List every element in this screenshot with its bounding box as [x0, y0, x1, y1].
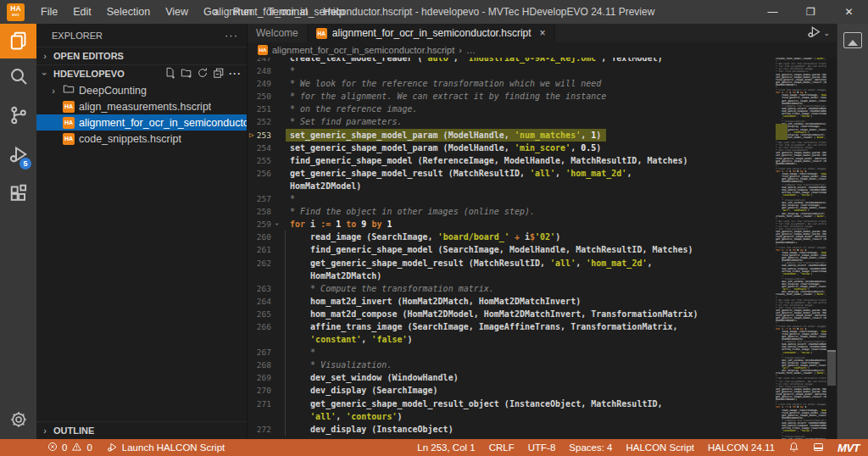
workspace-more-icon[interactable]: ···: [229, 68, 242, 80]
close-button[interactable]: ✕: [830, 0, 868, 24]
line-number[interactable]: 270: [248, 384, 281, 397]
fold-chevron-icon[interactable]: ›: [270, 220, 282, 229]
line-number[interactable]: 247: [248, 58, 281, 64]
minimap[interactable]: create_text_model_reader ('auto', 'Indus…: [776, 58, 826, 439]
warnings-count[interactable]: 0: [86, 442, 92, 453]
activity-extensions-button[interactable]: [0, 175, 36, 214]
code-line-248[interactable]: 248*: [248, 64, 837, 77]
editor-scrollbar[interactable]: [826, 58, 837, 439]
line-number[interactable]: 272: [248, 423, 281, 436]
menu-view[interactable]: View: [158, 0, 196, 24]
code-line-254[interactable]: 254set_generic_shape_model_param (ModelH…: [248, 142, 837, 154]
layout-panel-icon[interactable]: [813, 442, 824, 454]
status-utf-8[interactable]: UTF-8: [528, 442, 556, 453]
activity-run-debug-button[interactable]: 5: [0, 136, 36, 175]
code-line-252[interactable]: 252* Set find parameters.: [248, 115, 837, 128]
breadcrumb[interactable]: HA alignment_for_ocr_in_semiconductor.hs…: [248, 42, 837, 58]
new-file-icon[interactable]: [164, 67, 176, 81]
tree-item-align-measurements-hscript[interactable]: HAalign_measurements.hscript: [36, 98, 247, 114]
code-line-wrap[interactable]: 'all', 'contours'): [248, 410, 837, 423]
code-line-251[interactable]: 251* on the reference image.: [248, 103, 837, 115]
new-folder-icon[interactable]: [181, 67, 192, 81]
code-line-264[interactable]: 264 hom_mat2d_invert (HomMat2DMatch, Hom…: [248, 295, 837, 308]
code-line-263[interactable]: 263 * Compute the transformation matrix.: [248, 282, 837, 295]
line-number[interactable]: 271: [248, 398, 281, 410]
code-line-wrap[interactable]: 'constant', 'false'): [248, 333, 837, 346]
code-line-265[interactable]: 265 hom_mat2d_compose (HomMat2DModel, Ho…: [248, 308, 837, 320]
code-line-256[interactable]: 256get_generic_shape_model_result (Match…: [248, 167, 837, 180]
line-number[interactable]: [248, 333, 281, 346]
breadcrumb-more[interactable]: …: [466, 45, 476, 55]
line-number[interactable]: [248, 410, 281, 423]
line-number[interactable]: 258: [248, 205, 281, 218]
code-editor[interactable]: 247create_text_model_reader ('auto', 'In…: [248, 58, 837, 439]
menu-edit[interactable]: Edit: [65, 0, 99, 24]
line-number[interactable]: 267: [248, 346, 281, 359]
code-line-wrap[interactable]: HomMat2DMatch): [248, 270, 837, 282]
code-line-wrap[interactable]: HomMat2DModel): [248, 180, 837, 192]
menu-file[interactable]: File: [33, 0, 65, 24]
code-line-261[interactable]: 261 find_generic_shape_model (SearchImag…: [248, 243, 837, 256]
status-spaces-4[interactable]: Spaces: 4: [569, 442, 612, 453]
code-line-260[interactable]: 260 read_image (SearchImage, 'board/boar…: [248, 231, 837, 243]
status-crlf[interactable]: CRLF: [489, 442, 515, 453]
code-line-249[interactable]: 249* We look for the reference transform…: [248, 77, 837, 90]
line-number[interactable]: 260: [248, 231, 281, 243]
code-line-247[interactable]: 247create_text_model_reader ('auto', 'In…: [248, 58, 837, 64]
outline-section[interactable]: › OUTLINE: [36, 421, 247, 439]
code-line-257[interactable]: 257*: [248, 192, 837, 205]
line-number[interactable]: 248: [248, 64, 281, 77]
code-line-259[interactable]: 259›for i := 1 to 9 by 1: [248, 218, 837, 231]
activity-search-button[interactable]: [0, 58, 36, 97]
tab-welcome[interactable]: Welcome: [248, 24, 308, 42]
close-tab-icon[interactable]: ×: [540, 27, 546, 39]
line-number[interactable]: 264: [248, 295, 281, 308]
errors-count[interactable]: 0: [62, 442, 67, 453]
line-number[interactable]: 249: [248, 77, 281, 90]
line-number[interactable]: 251: [248, 103, 281, 115]
menu-help[interactable]: Help: [315, 0, 353, 24]
status-halcon-24-11[interactable]: HALCON 24.11: [708, 442, 775, 453]
line-number[interactable]: 250: [248, 90, 281, 103]
code-line-272[interactable]: 272 dev_display (InstanceObject): [248, 423, 837, 436]
tree-item-deepcounting[interactable]: ›DeepCounting: [36, 82, 247, 98]
menu-go[interactable]: Go: [196, 0, 225, 24]
code-line-258[interactable]: 258* Find the object in other images (on…: [248, 205, 837, 218]
menu-selection[interactable]: Selection: [99, 0, 158, 24]
open-editors-section[interactable]: › OPEN EDITORS: [36, 47, 247, 64]
errors-icon[interactable]: [47, 442, 58, 453]
line-number[interactable]: [248, 270, 281, 282]
maximize-button[interactable]: ❐: [792, 0, 830, 24]
line-number[interactable]: 269: [248, 371, 281, 384]
code-line-250[interactable]: 250* for the alignment. We can extract i…: [248, 90, 837, 103]
activity-explorer-button[interactable]: [0, 24, 36, 58]
line-number[interactable]: 265: [248, 308, 281, 320]
tree-item-alignment-for-ocr-in-semiconductor-hscr-[interactable]: HAalignment_for_ocr_in_semiconductor.hsc…: [36, 114, 247, 131]
tree-item-code-snippets-hscript[interactable]: HAcode_snippets.hscript: [36, 131, 247, 147]
scrollbar-thumb[interactable]: [827, 350, 836, 386]
line-number[interactable]: 257: [248, 192, 281, 205]
code-line-271[interactable]: 271 get_generic_shape_model_result_objec…: [248, 398, 837, 410]
refresh-icon[interactable]: [197, 67, 209, 81]
code-line-253[interactable]: ▷253set_generic_shape_model_param (Model…: [248, 129, 837, 142]
code-line-266[interactable]: 266 affine_trans_image (SearchImage, Ima…: [248, 320, 837, 333]
run-dropdown-chevron-icon[interactable]: ⌄: [823, 29, 830, 37]
line-number[interactable]: 263: [248, 282, 281, 295]
status-ln-253-col-1[interactable]: Ln 253, Col 1: [417, 442, 475, 453]
line-number[interactable]: 255: [248, 154, 281, 167]
code-line-262[interactable]: 262 get_generic_shape_model_result (Matc…: [248, 257, 837, 270]
code-line-269[interactable]: 269 dev_set_window (WindowHandle): [248, 371, 837, 384]
tab-hscript[interactable]: HA alignment_for_ocr_in_semiconductor.hs…: [308, 24, 555, 42]
code-line-268[interactable]: 268 * Visualization.: [248, 359, 837, 371]
menu-terminal[interactable]: Terminal: [260, 0, 315, 24]
warnings-icon[interactable]: [71, 442, 82, 453]
minimize-button[interactable]: —: [754, 0, 792, 24]
activity-source-control-button[interactable]: [0, 97, 36, 136]
line-number[interactable]: 254: [248, 142, 281, 154]
collapse-all-icon[interactable]: [213, 67, 225, 81]
status-halcon-script[interactable]: HALCON Script: [626, 442, 694, 453]
line-number[interactable]: [248, 180, 281, 192]
line-number[interactable]: 266: [248, 320, 281, 333]
line-number[interactable]: 268: [248, 359, 281, 371]
code-line-267[interactable]: 267 *: [248, 346, 837, 359]
